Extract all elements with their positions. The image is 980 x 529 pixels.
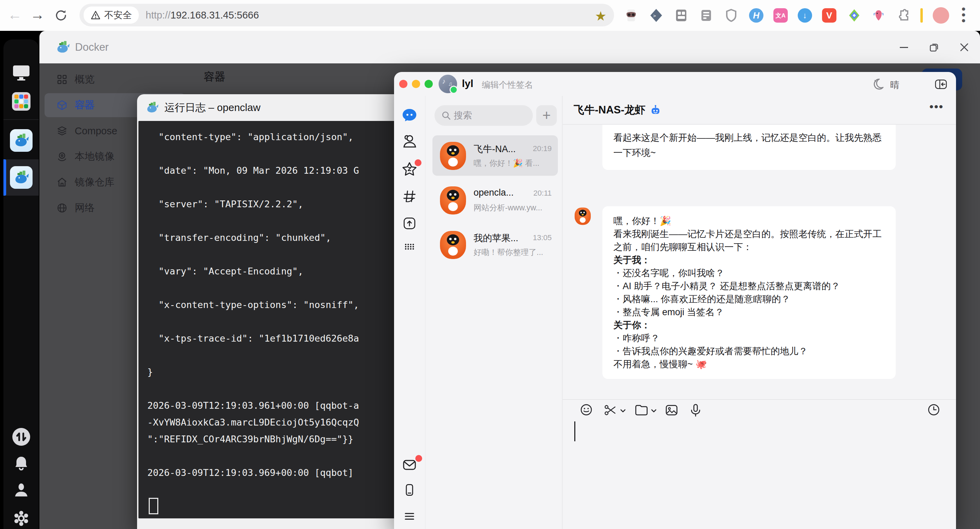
message-scroll-area[interactable]: 看起来这是个新开始——我刚上线，记忆还是空白的。让我先熟悉 一下环境~ 嘿，你好… [563,125,956,399]
message-line: 一下环境~ [613,145,885,160]
extension-shield-icon[interactable] [723,8,739,23]
zoom-traffic-light[interactable] [425,80,433,88]
bell-icon[interactable] [12,455,30,472]
conversation-more-icon[interactable]: ••• [929,100,944,113]
extension-datatool-icon[interactable]: ↓ [797,8,813,23]
chevron-down-icon[interactable] [651,407,657,414]
log-titlebar[interactable]: 运行日志 – openclaw [137,94,428,121]
extension-h-icon[interactable]: H [748,8,764,23]
security-chip-label: 不安全 [104,9,132,21]
message-line: ・整点专属 emoji 当签名？ [613,306,885,319]
back-icon[interactable]: ← [8,8,22,22]
user-icon[interactable] [13,482,30,499]
minimize-traffic-light[interactable] [412,80,420,88]
mini-world-icon[interactable] [402,216,417,231]
extension-card-icon[interactable] [698,8,714,23]
file-folder-icon[interactable] [634,403,649,418]
chat-preview: 网站分析-www.yw... [474,202,542,213]
theme-moon-icon[interactable] [870,77,885,92]
terminal-log-text: "content-type": "application/json", "dat… [138,121,427,489]
more-apps-grid-icon[interactable] [402,239,417,254]
phone-device-icon[interactable] [402,482,417,497]
browser-menu-icon[interactable]: ••• [961,6,966,24]
chat-list-item[interactable]: 飞牛-NA... 20:19 嘿，你好！🎉 看... [433,135,558,176]
chat-list: 飞牛-NA... 20:19 嘿，你好！🎉 看... opencla... 20… [425,96,562,529]
chat-time: 20:19 [533,144,552,153]
message-line: 不用着急，慢慢聊~ 🐙 [613,358,885,371]
url-bar[interactable]: 不安全 http://192.168.31.45:5666 ★ [80,4,614,26]
warning-icon [91,10,101,20]
extension-mask-icon[interactable] [623,8,639,23]
log-window-title: 运行日志 – openclaw [164,101,261,115]
emoji-icon[interactable] [579,403,593,417]
app-dock [3,40,39,529]
security-chip[interactable]: 不安全 [84,6,139,24]
compose-layers-icon [57,126,67,136]
chat-list-item[interactable]: 我的苹果... 13:05 好嘞！帮你整理了... [433,224,558,265]
docker-app-selected-bar [3,159,6,195]
chat-avatar-lobster [437,229,469,261]
conversation-title: 飞牛-NAS-龙虾 [574,103,646,117]
bookmark-star-icon[interactable]: ★ [595,9,606,24]
chat-preview: 好嘞！帮你整理了... [474,247,543,257]
qq-window: ♪♫ lyl 编辑个性签名 晴 [394,72,956,529]
reload-icon[interactable] [54,9,68,22]
sidebar-label: 本地镜像 [75,150,115,164]
user-name[interactable]: lyl [462,78,473,89]
transfer-icon[interactable] [12,427,31,446]
docker-page-title: 容器 [204,70,225,84]
settings-gear-icon[interactable] [12,510,30,527]
network-globe-icon [57,203,67,213]
sidebar-label: 容器 [75,98,95,112]
signature-placeholder[interactable]: 编辑个性签名 [482,79,533,91]
docker-app-icon[interactable] [10,129,33,152]
chat-list-item[interactable]: opencla... 20:11 网站分析-www.yw... [433,180,558,220]
extension-code-icon[interactable]: > [648,8,664,23]
sidebar-item-overview[interactable]: 概览 [45,67,185,92]
extension-gem-icon[interactable] [846,8,862,23]
screenshot-scissors-icon[interactable] [603,403,618,418]
display-icon[interactable] [12,64,31,81]
sidebar-label: Compose [75,125,117,137]
terminal-output[interactable]: "content-type": "application/json", "dat… [138,121,427,518]
forward-icon[interactable]: → [30,8,45,22]
message-history-clock-icon[interactable] [926,403,941,417]
channels-hash-icon[interactable] [402,188,417,204]
conversation-header: 飞牛-NAS-龙虾 ••• [563,96,956,125]
microphone-icon[interactable] [688,403,703,418]
docker-app-icon-active[interactable] [10,166,33,189]
close-button[interactable] [958,41,970,53]
overview-icon [57,74,67,85]
sidebar-label: 网络 [75,201,95,215]
chevron-down-icon[interactable] [619,407,626,414]
chat-time: 20:11 [533,189,552,198]
weather-label[interactable]: 晴 [890,79,899,91]
app-grid-icon[interactable] [11,92,31,111]
close-traffic-light[interactable] [399,80,407,88]
extension-puzzle-icon[interactable] [896,8,911,23]
bot-message-avatar[interactable] [573,206,592,226]
bot-badge-icon [650,104,661,116]
extension-v-icon[interactable]: V [821,8,837,23]
extension-translate-icon[interactable]: 文A [773,8,789,23]
browser-profile-avatar[interactable] [933,7,949,24]
messages-icon[interactable] [401,107,418,124]
user-avatar[interactable]: ♪♫ [439,75,457,93]
menu-icon[interactable] [402,509,417,524]
message-line: ・AI 助手？电子小精灵？ 还是想整点活整点更离谱的？ [613,280,885,292]
message-line: 看起来这是个新开始——我刚上线，记忆还是空白的。让我先熟悉 [613,130,885,145]
docker-titlebar[interactable]: Docker [40,31,980,64]
dock-divider [3,119,39,120]
chat-name: opencla... [474,187,514,198]
collapse-sidebar-icon[interactable] [934,78,948,91]
minimize-button[interactable] [898,41,910,53]
conversation-panel: 飞牛-NAS-龙虾 ••• 看起来这是个新开始——我刚上线，记忆还是空白的。让我… [562,96,956,529]
extension-grid-icon[interactable] [673,8,689,23]
contacts-icon[interactable] [401,133,418,150]
image-icon[interactable] [664,403,679,418]
extension-bird-icon[interactable] [871,8,886,23]
message-input-area[interactable] [563,399,956,529]
maximize-button[interactable] [928,41,940,53]
docker-whale-icon [55,40,70,55]
message-line: ・咋称呼？ [613,332,885,345]
